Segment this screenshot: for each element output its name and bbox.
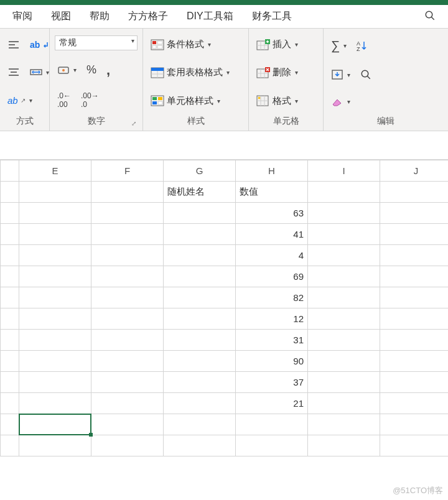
group-label-cells: 单元格	[254, 113, 318, 129]
table-row[interactable]: 21	[1, 393, 449, 414]
sort-filter-button[interactable]: AZ	[354, 39, 373, 53]
chevron-down-icon: ▾	[217, 98, 220, 104]
increase-decimal-button[interactable]: .0←.00	[55, 90, 73, 110]
align-center-button[interactable]	[5, 67, 22, 78]
merge-center-button[interactable]: ▾	[27, 67, 52, 78]
ribbon-tabs: 审阅 视图 帮助 方方格子 DIY工具箱 财务工具	[0, 5, 448, 29]
orientation-button[interactable]: ab↗▾	[5, 94, 35, 107]
cell: 69	[236, 266, 308, 287]
group-label-alignment: 方式	[5, 113, 44, 129]
cell: 数值	[236, 182, 308, 203]
cell-styles-button[interactable]: 单元格样式▾	[148, 94, 243, 108]
format-button[interactable]: 格式▾	[254, 94, 318, 108]
search-icon[interactable]	[424, 10, 436, 23]
clear-button[interactable]: ▾	[329, 96, 353, 108]
cell: 41	[236, 224, 308, 245]
number-format-select[interactable]: 常规	[55, 35, 138, 50]
cell: 37	[236, 372, 308, 393]
chevron-down-icon: ▾	[295, 69, 298, 76]
table-row[interactable]: 63	[1, 203, 449, 224]
group-label-number: 数字⤢	[55, 113, 138, 129]
cell: 90	[236, 351, 308, 372]
chevron-down-icon: ▾	[73, 67, 77, 73]
svg-point-0	[426, 11, 432, 18]
svg-line-1	[431, 17, 434, 20]
tab-review[interactable]: 审阅	[12, 10, 32, 23]
tab-help[interactable]: 帮助	[90, 10, 110, 23]
svg-rect-14	[157, 41, 162, 44]
col-header-F[interactable]: F	[91, 160, 164, 182]
svg-rect-16	[157, 45, 162, 49]
comma-button[interactable]: ,	[104, 61, 113, 80]
percent-button[interactable]: %	[84, 62, 99, 78]
svg-text:Z: Z	[357, 46, 360, 52]
format-as-table-button[interactable]: 套用表格格式▾	[148, 65, 243, 80]
cell: 31	[236, 330, 308, 351]
cell: 12	[236, 308, 308, 330]
svg-rect-13	[152, 41, 156, 44]
table-row[interactable]: 随机姓名数值	[1, 182, 449, 203]
group-label-styles: 样式	[148, 113, 243, 129]
table-row[interactable]: 82	[1, 287, 449, 308]
col-header-J[interactable]: J	[380, 160, 449, 182]
column-headers: E F G H I J	[1, 160, 449, 182]
tab-finance[interactable]: 财务工具	[252, 10, 292, 23]
chevron-down-icon: ▾	[295, 98, 298, 104]
table-row[interactable]: 12	[1, 308, 449, 330]
chevron-down-icon: ▾	[29, 97, 32, 104]
insert-button[interactable]: 插入▾	[254, 37, 318, 52]
svg-rect-25	[158, 101, 162, 104]
svg-rect-24	[152, 101, 157, 104]
chevron-down-icon: ▾	[226, 69, 230, 76]
svg-line-48	[367, 76, 370, 80]
chevron-down-icon: ▾	[46, 69, 49, 76]
table-row[interactable]: 90	[1, 351, 449, 372]
cell: 82	[236, 287, 308, 308]
currency-button[interactable]: ▾	[55, 64, 79, 76]
title-bar-accent	[0, 0, 448, 5]
col-header-I[interactable]: I	[308, 160, 380, 182]
chevron-down-icon: ▾	[347, 98, 350, 105]
formula-bar[interactable]	[0, 131, 448, 160]
chevron-down-icon: ▾	[208, 41, 211, 48]
col-header-H[interactable]: H	[236, 160, 308, 182]
table-row[interactable]	[1, 435, 449, 456]
chevron-down-icon: ▾	[343, 42, 347, 49]
col-header-E[interactable]: E	[19, 160, 91, 182]
group-label-editing: 编辑	[329, 113, 443, 129]
table-row[interactable]	[1, 414, 449, 435]
wrap-text-button[interactable]: ab	[27, 39, 51, 51]
chevron-down-icon: ▾	[347, 72, 350, 78]
dialog-launcher-icon[interactable]: ⤢	[131, 120, 136, 127]
find-select-button[interactable]	[358, 68, 374, 81]
cell: 随机姓名	[164, 182, 236, 203]
chevron-down-icon: ▾	[295, 41, 298, 48]
fill-button[interactable]: ▾	[329, 68, 353, 81]
tab-view[interactable]: 视图	[51, 10, 71, 23]
cell: 63	[236, 203, 308, 224]
table-row[interactable]: 41	[1, 224, 449, 245]
table-row[interactable]: 31	[1, 330, 449, 351]
table-row[interactable]: 69	[1, 266, 449, 287]
tab-diy[interactable]: DIY工具箱	[187, 10, 233, 23]
svg-rect-15	[152, 45, 156, 49]
autosum-button[interactable]: ∑▾	[329, 37, 349, 54]
delete-button[interactable]: 删除▾	[254, 65, 318, 80]
table-row[interactable]: 4	[1, 245, 449, 266]
cell: 4	[236, 245, 308, 266]
col-header-G[interactable]: G	[164, 160, 236, 182]
worksheet-grid[interactable]: E F G H I J 随机姓名数值 63 41 4 69 82 12 31 9…	[0, 160, 448, 456]
align-left-button[interactable]	[5, 39, 22, 50]
table-row[interactable]: 37	[1, 372, 449, 393]
conditional-format-button[interactable]: 条件格式▾	[148, 37, 243, 52]
svg-rect-18	[151, 68, 164, 71]
svg-point-47	[362, 71, 368, 78]
decrease-decimal-button[interactable]: .00→.0	[78, 90, 101, 110]
ribbon: ab ▾ ab↗▾ 方式 常规 ▾ % , .0←.00 .00→.0	[0, 29, 448, 131]
tab-fangfang[interactable]: 方方格子	[128, 10, 168, 23]
svg-rect-22	[152, 97, 157, 100]
svg-rect-23	[158, 97, 162, 100]
svg-point-11	[62, 69, 65, 72]
cell: 21	[236, 393, 308, 414]
